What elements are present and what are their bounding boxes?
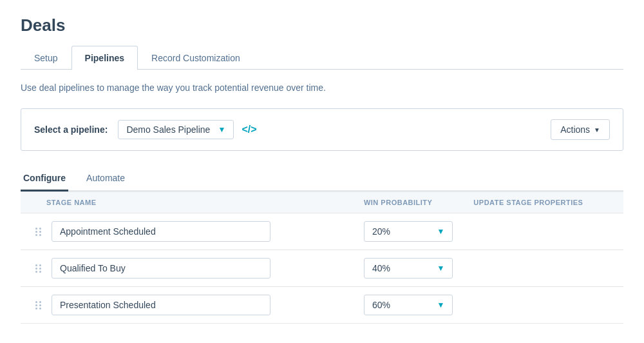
table-row: 60% ▼ <box>21 287 623 324</box>
pipeline-select-row: Select a pipeline: Demo Sales Pipeline ▼… <box>21 108 623 151</box>
stage-name-cell-1 <box>21 213 354 250</box>
page-description: Use deal pipelines to manage the way you… <box>21 83 623 93</box>
win-prob-value-2: 40% <box>372 263 390 273</box>
win-prob-value-3: 60% <box>372 300 390 310</box>
win-prob-chevron-icon-1: ▼ <box>437 227 444 236</box>
win-prob-cell-1: 20% ▼ <box>354 213 463 250</box>
code-embed-icon[interactable]: </> <box>242 124 256 135</box>
configure-tabs-bar: Configure Automate <box>21 166 623 191</box>
update-stage-props-cell-3 <box>463 287 623 324</box>
top-tabs-bar: Setup Pipelines Record Customization <box>21 46 623 70</box>
tab-pipelines[interactable]: Pipelines <box>71 46 138 70</box>
col-header-update-stage-properties: UPDATE STAGE PROPERTIES <box>463 192 623 213</box>
col-header-stage-name: STAGE NAME <box>21 192 354 213</box>
table-row: 20% ▼ <box>21 213 623 250</box>
win-prob-chevron-icon-3: ▼ <box>437 300 444 309</box>
tab-configure[interactable]: Configure <box>21 166 68 191</box>
stage-row-drag-1 <box>26 213 343 250</box>
drag-handle-2[interactable] <box>31 264 46 273</box>
actions-chevron-icon: ▼ <box>594 126 600 133</box>
stage-row-drag-2 <box>26 250 343 286</box>
win-prob-dropdown-2[interactable]: 40% ▼ <box>364 258 453 279</box>
win-prob-dropdown-1[interactable]: 20% ▼ <box>364 221 453 242</box>
win-prob-chevron-icon-2: ▼ <box>437 264 444 273</box>
actions-button-label: Actions <box>560 124 590 135</box>
pipeline-dropdown-chevron-icon: ▼ <box>218 125 225 134</box>
stage-name-input-3[interactable] <box>52 295 270 315</box>
tab-record-customization[interactable]: Record Customization <box>138 46 254 70</box>
stage-name-input-2[interactable] <box>52 258 270 279</box>
stage-name-cell-3 <box>21 287 354 324</box>
tab-automate[interactable]: Automate <box>84 166 128 191</box>
stage-name-cell-2 <box>21 250 354 287</box>
stage-name-input-1[interactable] <box>52 221 270 242</box>
drag-handle-3[interactable] <box>31 301 46 309</box>
col-header-win-probability: WIN PROBABILITY <box>354 192 463 213</box>
win-prob-cell-2: 40% ▼ <box>354 250 463 287</box>
actions-button[interactable]: Actions ▼ <box>551 119 610 140</box>
pipeline-dropdown-text: Demo Sales Pipeline <box>126 124 210 135</box>
win-prob-value-1: 20% <box>372 226 390 237</box>
pipeline-label: Select a pipeline: <box>34 124 108 135</box>
update-stage-props-cell-1 <box>463 213 623 250</box>
win-prob-dropdown-3[interactable]: 60% ▼ <box>364 295 453 315</box>
tab-setup[interactable]: Setup <box>21 46 71 70</box>
table-header-row: STAGE NAME WIN PROBABILITY UPDATE STAGE … <box>21 192 623 213</box>
stages-table: STAGE NAME WIN PROBABILITY UPDATE STAGE … <box>21 191 623 324</box>
update-stage-props-cell-2 <box>463 250 623 287</box>
page-title: Deals <box>21 15 623 35</box>
table-row: 40% ▼ <box>21 250 623 287</box>
drag-handle-1[interactable] <box>31 228 46 236</box>
win-prob-cell-3: 60% ▼ <box>354 287 463 324</box>
pipeline-dropdown[interactable]: Demo Sales Pipeline ▼ <box>118 120 234 139</box>
stage-row-drag-3 <box>26 287 343 323</box>
